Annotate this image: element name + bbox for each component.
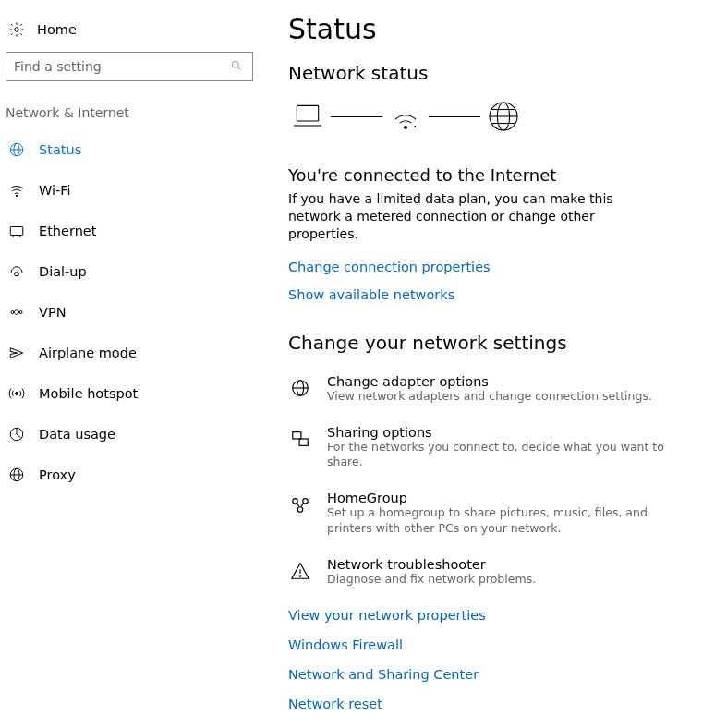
svg-rect-10 — [15, 273, 19, 276]
category-label: Network & Internet — [6, 105, 257, 129]
svg-line-35 — [301, 503, 304, 507]
windows-firewall-link[interactable]: Windows Firewall — [288, 637, 690, 652]
sidebar-item-label: VPN — [39, 305, 67, 320]
sidebar-item-label: Dial-up — [39, 264, 87, 279]
sidebar-item-label: Wi-Fi — [39, 183, 71, 198]
status-icon — [7, 140, 26, 159]
search-icon — [230, 59, 245, 74]
search-input[interactable] — [14, 59, 230, 74]
change-adapter-options[interactable]: Change adapter options View network adap… — [288, 374, 685, 405]
sharing-icon — [288, 427, 312, 451]
network-status-heading: Network status — [288, 62, 690, 84]
data-usage-icon — [7, 425, 26, 443]
option-title: HomeGroup — [327, 491, 685, 505]
proxy-icon — [7, 466, 26, 484]
sidebar-item-hotspot[interactable]: Mobile hotspot — [6, 373, 257, 414]
option-desc: For the networks you connect to, decide … — [327, 440, 685, 471]
globe-icon — [484, 97, 523, 136]
sidebar-item-wifi[interactable]: Wi-Fi — [6, 170, 257, 211]
network-diagram — [288, 97, 690, 136]
connected-heading: You're connected to the Internet — [288, 165, 690, 185]
adapter-icon — [288, 376, 312, 400]
svg-point-37 — [299, 576, 300, 576]
svg-point-19 — [405, 126, 407, 128]
option-title: Change adapter options — [327, 374, 652, 389]
option-title: Sharing options — [327, 425, 685, 440]
sidebar-item-label: Mobile hotspot — [39, 386, 138, 401]
svg-rect-7 — [10, 227, 23, 236]
svg-point-1 — [232, 61, 238, 67]
laptop-icon — [288, 97, 327, 136]
change-settings-heading: Change your network settings — [288, 332, 690, 354]
svg-point-11 — [11, 311, 14, 314]
dialup-icon — [7, 262, 26, 281]
sidebar: Home Network & Internet Status Wi-Fi Eth… — [0, 0, 257, 728]
wifi-icon — [7, 181, 26, 200]
connected-desc: If you have a limited data plan, you can… — [288, 190, 658, 243]
option-desc: View network adapters and change connect… — [327, 389, 652, 405]
option-desc: Diagnose and fix network problems. — [327, 572, 536, 588]
svg-rect-18 — [297, 105, 318, 121]
network-sharing-center-link[interactable]: Network and Sharing Center — [288, 667, 690, 682]
home-label: Home — [37, 22, 77, 37]
sidebar-item-datausage[interactable]: Data usage — [6, 414, 257, 455]
sidebar-item-status[interactable]: Status — [6, 129, 257, 170]
svg-rect-29 — [293, 431, 301, 438]
home-button[interactable]: Home — [6, 17, 257, 52]
svg-rect-30 — [299, 439, 308, 445]
airplane-icon — [7, 344, 26, 362]
svg-line-2 — [237, 67, 240, 69]
ethernet-icon — [7, 222, 26, 240]
sidebar-item-airplane[interactable]: Airplane mode — [6, 333, 257, 373]
svg-point-13 — [16, 393, 18, 395]
sidebar-item-ethernet[interactable]: Ethernet — [6, 211, 257, 251]
sidebar-item-label: Data usage — [39, 427, 115, 442]
view-network-properties-link[interactable]: View your network properties — [288, 608, 690, 623]
connection-line — [429, 116, 480, 117]
page-title: Status — [288, 13, 690, 45]
sidebar-item-label: Airplane mode — [39, 346, 137, 360]
hotspot-icon — [7, 384, 26, 403]
network-reset-link[interactable]: Network reset — [288, 697, 690, 711]
sidebar-item-vpn[interactable]: VPN — [6, 292, 257, 333]
svg-line-34 — [297, 503, 299, 507]
troubleshooter-option[interactable]: Network troubleshooter Diagnose and fix … — [288, 557, 685, 588]
connection-line — [331, 116, 382, 117]
sidebar-item-label: Status — [39, 142, 81, 157]
homegroup-icon — [288, 492, 312, 516]
sidebar-item-proxy[interactable]: Proxy — [6, 455, 257, 495]
main-content: Status Network status You're connected t… — [257, 0, 727, 728]
svg-point-12 — [19, 311, 22, 314]
sharing-options[interactable]: Sharing options For the networks you con… — [288, 425, 685, 471]
homegroup-option[interactable]: HomeGroup Set up a homegroup to share pi… — [288, 491, 685, 537]
svg-point-20 — [414, 126, 416, 127]
sidebar-item-label: Ethernet — [39, 224, 96, 238]
warning-icon — [288, 559, 312, 583]
svg-point-0 — [15, 28, 19, 32]
show-available-networks-link[interactable]: Show available networks — [288, 287, 454, 302]
wifi-signal-icon — [386, 97, 425, 136]
svg-point-33 — [297, 507, 303, 513]
vpn-icon — [7, 303, 26, 322]
option-desc: Set up a homegroup to share pictures, mu… — [327, 505, 685, 537]
sidebar-item-dialup[interactable]: Dial-up — [6, 251, 257, 292]
change-connection-properties-link[interactable]: Change connection properties — [288, 260, 491, 274]
option-title: Network troubleshooter — [327, 557, 536, 572]
search-input-wrap[interactable] — [6, 52, 253, 81]
svg-point-6 — [16, 195, 18, 197]
sidebar-item-label: Proxy — [39, 467, 76, 482]
gear-icon — [7, 20, 26, 39]
